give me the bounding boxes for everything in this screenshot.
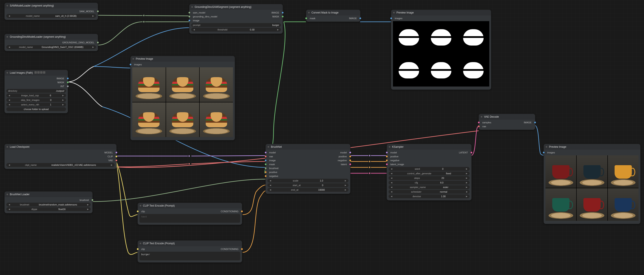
output-conditioning[interactable]: CONDITIONING	[221, 248, 238, 250]
output-brushnet[interactable]: brushnet	[80, 199, 89, 201]
widget-scale[interactable]: ◀scale1.0▶	[268, 179, 348, 182]
node-ksampler[interactable]: KSampler model LATENT positive negative …	[386, 144, 472, 200]
node-convert-mask-to-image[interactable]: Convert Mask to Image mask IMAGE	[306, 10, 360, 22]
port-dot[interactable]	[478, 121, 480, 124]
reroute-dot[interactable]	[188, 155, 190, 157]
collapse-icon[interactable]	[6, 36, 8, 38]
port-dot[interactable]	[264, 167, 267, 169]
input-model[interactable]: model	[390, 151, 397, 154]
port-dot[interactable]	[264, 171, 267, 173]
output-int[interactable]: INT	[60, 85, 64, 88]
arrow-right-icon[interactable]: ▶	[92, 15, 94, 17]
node-gdino-sam-segment[interactable]: GroundingDinoSAMSegment (segment anythin…	[189, 4, 283, 34]
collapse-icon[interactable]	[546, 146, 548, 148]
reroute-dot[interactable]	[142, 14, 145, 17]
output-latent[interactable]: LATENT	[459, 151, 468, 154]
widget-control-after-generate[interactable]: ◀control_after_generatefixed▶	[388, 172, 470, 176]
widget-model-name[interactable]: ◀ model_name sam_vit_h (2.56GB) ▶	[6, 14, 96, 18]
node-title[interactable]: CLIP Text Encode (Prompt)	[138, 240, 242, 246]
output-image[interactable]: IMAGE	[524, 121, 532, 124]
port-dot[interactable]	[67, 81, 69, 84]
port-dot[interactable]	[264, 163, 267, 166]
output-sam-model[interactable]: SAM_MODEL	[79, 10, 94, 13]
widget-directory[interactable]: directory./output/	[6, 89, 66, 93]
port-dot[interactable]	[67, 77, 69, 80]
input-positive[interactable]: positive	[269, 171, 277, 174]
collapse-icon[interactable]	[308, 12, 310, 14]
widget-denoise[interactable]: ◀denoise1.00▶	[388, 194, 470, 198]
widget-steps[interactable]: ◀steps20▶	[388, 176, 470, 180]
input-image[interactable]: image	[269, 159, 276, 162]
port-dot[interactable]	[349, 155, 351, 158]
output-clip[interactable]: CLIP	[108, 155, 113, 158]
port-dot[interactable]	[115, 159, 118, 162]
arrow-left-icon[interactable]: ◀	[8, 15, 10, 17]
collapse-icon[interactable]	[393, 12, 395, 14]
node-brushnet-loader[interactable]: BrushNet Loader brushnet ◀brushnetbrushn…	[4, 191, 92, 213]
collapse-icon[interactable]	[6, 72, 8, 74]
port-dot[interactable]	[282, 16, 284, 18]
node-title[interactable]: Preview Image	[544, 144, 640, 150]
node-brushnet[interactable]: BrushNet model model vae positive image …	[266, 144, 350, 194]
input-mask[interactable]: mask	[310, 17, 315, 20]
node-preview-image-output[interactable]: Preview Image images	[544, 144, 640, 224]
port-dot[interactable]	[543, 152, 545, 154]
node-title[interactable]: Preview Image	[391, 10, 491, 16]
output-negative[interactable]: negative	[338, 159, 347, 162]
widget-skip-first-images[interactable]: ◀skip_first_images0▶	[6, 98, 66, 102]
node-preview-image-input[interactable]: Preview Image images	[130, 56, 235, 140]
input-negative[interactable]: negative	[390, 159, 400, 162]
node-title[interactable]: Convert Mask to Image	[306, 10, 360, 16]
prompt-textarea[interactable]: text	[140, 214, 240, 223]
port-dot[interactable]	[534, 121, 536, 124]
widget-seed[interactable]: ◀seed0▶	[388, 167, 470, 171]
collapse-icon[interactable]	[388, 146, 390, 148]
output-mask[interactable]: MASK	[58, 81, 64, 84]
input-images[interactable]: images	[547, 151, 555, 154]
port-dot[interactable]	[67, 85, 69, 88]
choose-folder-button[interactable]: choose folder to upload	[6, 107, 66, 111]
input-vae[interactable]: vae	[269, 155, 273, 158]
collapse-icon[interactable]	[191, 6, 193, 8]
port-dot[interactable]	[359, 17, 361, 20]
output-gdino-model[interactable]: GROUNDING_DINO_MODEL	[62, 41, 94, 44]
node-preview-image-mask[interactable]: Preview Image images	[391, 10, 491, 90]
reroute-dot[interactable]	[368, 154, 371, 157]
input-vae[interactable]: vae	[482, 125, 486, 128]
port-dot[interactable]	[91, 199, 94, 201]
input-gdino-model[interactable]: grounding_dino_model	[193, 15, 217, 18]
node-sam-model-loader[interactable]: SAMModelLoader (segment anything) SAM_MO…	[4, 2, 98, 20]
port-dot[interactable]	[264, 155, 267, 158]
widget-ckpt-name[interactable]: ◀ckpt_namerealisticVisionV60B1_v51VAE.sa…	[6, 163, 115, 167]
output-model[interactable]: MODEL	[104, 151, 113, 154]
reroute-dot[interactable]	[368, 172, 371, 174]
port-dot[interactable]	[130, 64, 132, 66]
collapse-icon[interactable]	[140, 242, 142, 244]
node-title[interactable]: CLIP Text Encode (Prompt)	[138, 203, 242, 208]
node-title[interactable]: GroundingDinoSAMSegment (segment anythin…	[190, 4, 283, 10]
reroute-dot[interactable]	[142, 20, 145, 23]
widget-scheduler[interactable]: ◀schedulernormal▶	[388, 190, 470, 194]
node-clip-text-encode-pos[interactable]: CLIP Text Encode (Prompt) clip CONDITION…	[138, 203, 242, 225]
port-dot[interactable]	[282, 12, 284, 14]
input-brushnet[interactable]: brushnet	[269, 167, 278, 170]
output-image[interactable]: IMAGE	[272, 11, 279, 14]
input-clip[interactable]: clip	[141, 210, 145, 213]
node-title[interactable]: BrushNet	[266, 144, 350, 150]
widget-select-every-nth[interactable]: ◀select_every_nth1▶	[6, 103, 66, 106]
widget-image-load-cap[interactable]: ◀image_load_cap6▶	[6, 94, 66, 98]
node-title[interactable]: Load Images (Path)	[4, 70, 68, 76]
port-dot[interactable]	[470, 152, 472, 154]
output-model[interactable]: model	[340, 151, 347, 154]
widget-end-at[interactable]: ◀end_at10000▶	[268, 188, 348, 192]
node-load-images[interactable]: Load Images (Path) IMAGE MASK INT direct…	[4, 70, 68, 113]
port-dot[interactable]	[97, 10, 99, 12]
arrow-right-icon[interactable]: ▶	[92, 46, 94, 48]
port-dot[interactable]	[349, 163, 351, 166]
port-dot[interactable]	[349, 152, 351, 154]
widget-brushnet[interactable]: ◀brushnetbrushnet/random_mask.safetensor…	[6, 203, 91, 206]
port-dot[interactable]	[188, 12, 190, 14]
widget-start-at[interactable]: ◀start_at0▶	[268, 183, 348, 187]
collapse-icon[interactable]	[268, 146, 269, 148]
node-title[interactable]: Preview Image	[130, 56, 235, 62]
